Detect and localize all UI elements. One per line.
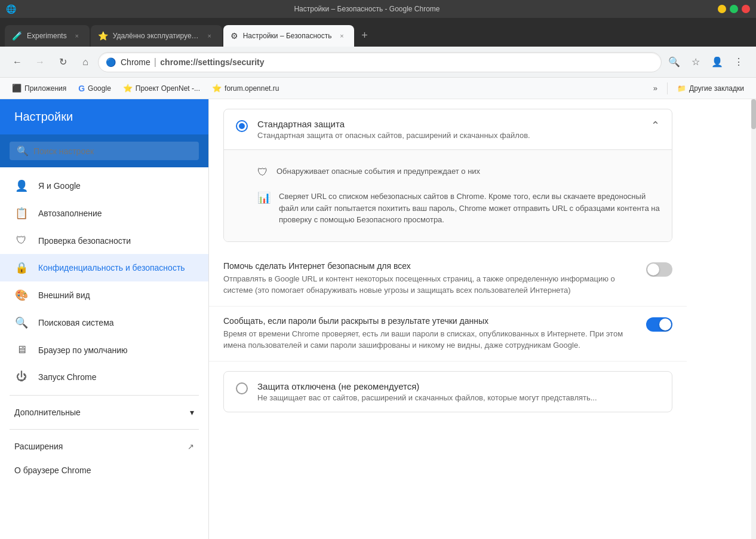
protection-standard-radio[interactable]	[236, 120, 248, 132]
new-tab-button[interactable]: +	[355, 26, 373, 44]
sidebar-item-appearance-label: Внешний вид	[38, 290, 90, 300]
settings-search-input[interactable]	[33, 146, 192, 156]
tab-remotely-exploited-close[interactable]: ×	[204, 30, 215, 41]
window-icon: 🌐	[6, 4, 16, 14]
sidebar-item-about[interactable]: О браузере Chrome	[0, 458, 208, 482]
toggle-help-internet-knob	[647, 264, 659, 275]
browser-content: Настройки 🔍 👤 Я и Google 📋 Автозаполнени…	[0, 99, 756, 539]
protection-detail-1-text: Сверяет URL со списком небезопасных сайт…	[279, 191, 660, 226]
protection-disabled-info: Защита отключена (не рекомендуется) Не з…	[257, 381, 597, 402]
bookmark-google-icon: G	[78, 84, 85, 93]
bookmark-opennet[interactable]: ⭐ Проект OpenNet -...	[118, 81, 205, 95]
sidebar-item-on-startup[interactable]: ⏻ Запуск Chrome	[0, 363, 208, 390]
tab-experiments-close[interactable]: ×	[72, 30, 82, 41]
bookmark-opennet-icon: ⭐	[123, 84, 133, 93]
sidebar-item-search-engine-label: Поисковая система	[38, 318, 114, 327]
search-button[interactable]: 🔍	[664, 52, 684, 72]
bookmark-apps-icon: ⬛	[12, 84, 21, 93]
sidebar-item-me-google[interactable]: 👤 Я и Google	[0, 172, 208, 200]
bookmarks-folder-label: Другие закладки	[689, 84, 744, 93]
tab-experiments[interactable]: 🧪 Experiments ×	[5, 25, 90, 47]
bookmark-apps[interactable]: ⬛ Приложения	[7, 81, 71, 95]
toggle-help-internet-title: Помочь сделать Интернет безопасным для в…	[223, 261, 637, 271]
bookmarks-folder[interactable]: 📁 Другие закладки	[672, 82, 749, 95]
settings-search-wrap: 🔍	[10, 142, 199, 160]
toggle-help-internet: Помочь сделать Интернет безопасным для в…	[209, 252, 687, 307]
bookmark-forum-opennet-icon: ⭐	[212, 84, 222, 93]
minimize-button[interactable]	[718, 5, 726, 13]
home-button[interactable]: ⌂	[75, 52, 96, 72]
sidebar-item-autofill-label: Автозаполнение	[38, 209, 102, 218]
tab-settings-security-icon: ⚙	[231, 31, 238, 41]
sidebar-divider-2	[10, 429, 199, 430]
sidebar-divider-1	[10, 395, 199, 396]
toggle-help-internet-content: Помочь сделать Интернет безопасным для в…	[223, 261, 637, 296]
protection-disabled-title: Защита отключена (не рекомендуется)	[257, 381, 597, 391]
sidebar-additional-chevron: ▾	[190, 408, 194, 417]
scrollbar-thumb[interactable]	[751, 99, 756, 129]
sidebar-nav: 👤 Я и Google 📋 Автозаполнение 🛡 Проверка…	[0, 167, 208, 539]
protection-standard-desc: Стандартная защита от опасных сайтов, ра…	[257, 131, 530, 140]
reload-button[interactable]: ↻	[53, 52, 73, 72]
menu-button[interactable]: ⋮	[729, 52, 749, 72]
profile-button[interactable]: 👤	[707, 52, 727, 72]
privacy-security-icon: 🔒	[14, 261, 29, 274]
sidebar-item-extensions[interactable]: Расширения ↗	[0, 434, 208, 458]
protection-detail-0-icon: 🛡	[257, 166, 268, 179]
tab-bar: 🧪 Experiments × ⭐ Удалённо эксплуатируем…	[0, 18, 756, 47]
sidebar-item-on-startup-label: Запуск Chrome	[38, 372, 96, 382]
protection-detail-1-icon: 📊	[257, 191, 271, 204]
protection-option-standard: Стандартная защита Стандартная защита от…	[223, 109, 672, 242]
tab-settings-security-label: Настройки – Безопасность	[243, 32, 332, 40]
tab-remotely-exploited-label: Удалённо эксплуатируема...	[113, 32, 199, 40]
bookmark-button[interactable]: ☆	[686, 52, 706, 72]
extensions-external-icon: ↗	[188, 442, 194, 451]
tab-remotely-exploited[interactable]: ⭐ Удалённо эксплуатируема... ×	[91, 25, 222, 47]
sidebar-item-privacy-security[interactable]: 🔒 Конфиденциальность и безопасность	[0, 254, 208, 281]
sidebar-item-extensions-label: Расширения	[14, 442, 63, 451]
bookmarks-more-button[interactable]: »	[649, 81, 662, 95]
toggle-help-internet-switch[interactable]	[646, 262, 672, 277]
sidebar-item-search-engine[interactable]: 🔍 Поисковая система	[0, 309, 208, 336]
sidebar-item-about-label: О браузере Chrome	[14, 466, 91, 475]
toggle-password-leak-title: Сообщать, если пароли были раскрыты в ре…	[223, 316, 637, 326]
maximize-button[interactable]	[730, 5, 738, 13]
sidebar-item-default-browser[interactable]: 🖥 Браузер по умолчанию	[0, 336, 208, 363]
toggle-password-leak: Сообщать, если пароли были раскрыты в ре…	[209, 307, 687, 362]
bookmark-google[interactable]: G Google	[73, 81, 116, 96]
protection-standard-chevron[interactable]: ⌃	[651, 119, 660, 132]
tab-settings-security[interactable]: ⚙ Настройки – Безопасность ×	[223, 25, 355, 47]
bookmark-opennet-label: Проект OpenNet -...	[136, 84, 200, 93]
sidebar-item-appearance[interactable]: 🎨 Внешний вид	[0, 281, 208, 309]
address-divider: |	[154, 57, 159, 67]
settings-content: Стандартная защита Стандартная защита от…	[209, 109, 687, 412]
forward-button[interactable]: →	[30, 52, 50, 72]
search-engine-icon: 🔍	[14, 316, 29, 329]
protection-detail-1: 📊 Сверяет URL со списком небезопасных са…	[257, 185, 660, 232]
appearance-icon: 🎨	[14, 289, 29, 302]
sidebar-item-autofill[interactable]: 📋 Автозаполнение	[0, 200, 208, 227]
bookmarks-bar: ⬛ Приложения G Google ⭐ Проект OpenNet -…	[0, 78, 756, 99]
address-bar[interactable]: 🔵 Chrome | chrome://settings/security	[98, 52, 662, 72]
nav-bar: ← → ↻ ⌂ 🔵 Chrome | chrome://settings/sec…	[0, 47, 756, 78]
settings-title: Настройки	[14, 110, 73, 123]
toggle-help-internet-desc: Отправлять в Google URL и контент некото…	[223, 273, 637, 296]
protection-disabled-desc: Не защищает вас от сайтов, расширений и …	[257, 393, 597, 402]
toggle-password-leak-switch[interactable]	[646, 317, 672, 332]
toggle-password-leak-content: Сообщать, если пароли были раскрыты в ре…	[223, 316, 637, 351]
sidebar-item-safety-check[interactable]: 🛡 Проверка безопасности	[0, 227, 208, 254]
back-button[interactable]: ←	[7, 52, 27, 72]
protection-standard-header[interactable]: Стандартная защита Стандартная защита от…	[224, 109, 672, 150]
protection-disabled-header[interactable]: Защита отключена (не рекомендуется) Не з…	[224, 372, 672, 412]
site-icon: 🔵	[106, 57, 116, 67]
bookmark-forum-opennet[interactable]: ⭐ forum.opennet.ru	[207, 81, 284, 95]
sidebar-item-privacy-security-label: Конфиденциальность и безопасность	[38, 263, 185, 272]
safety-check-icon: 🛡	[14, 234, 29, 247]
sidebar-item-me-google-label: Я и Google	[38, 181, 81, 191]
tab-remotely-exploited-icon: ⭐	[98, 31, 108, 41]
settings-header: Настройки	[0, 99, 208, 134]
sidebar-additional-section[interactable]: Дополнительные ▾	[0, 400, 208, 424]
tab-settings-security-close[interactable]: ×	[336, 30, 347, 41]
protection-disabled-radio[interactable]	[236, 382, 248, 394]
close-button[interactable]	[742, 5, 750, 13]
